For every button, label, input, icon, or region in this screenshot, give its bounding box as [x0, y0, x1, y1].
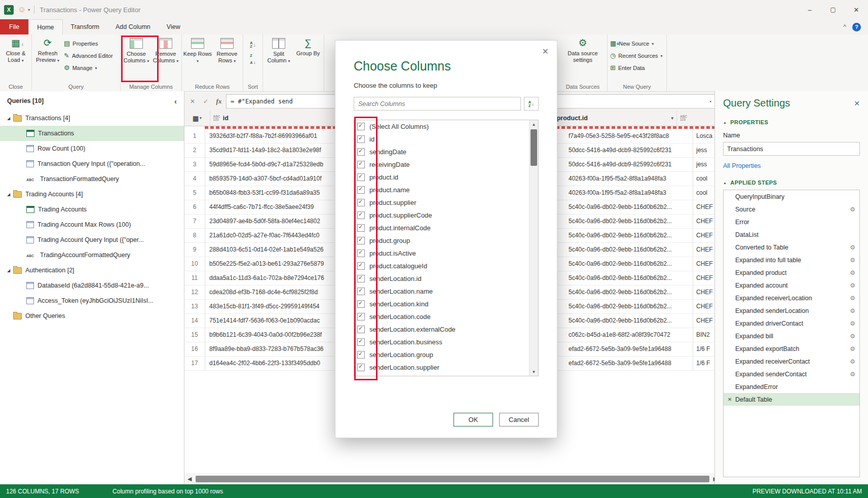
tab-file[interactable]: File	[0, 19, 28, 34]
vertical-scrollbar[interactable]	[529, 120, 538, 376]
cell-id[interactable]: b65b0848-fbb3-53f1-cc99-f31da6a89a35	[205, 186, 346, 200]
cell-product-name[interactable]: CHEF	[693, 257, 714, 271]
properties-section-header[interactable]: PROPERTIES	[723, 119, 860, 125]
tab-home[interactable]: Home	[28, 19, 62, 34]
cell-product-name[interactable]: CHEF	[693, 243, 714, 257]
applied-step[interactable]: Expanded driverContact	[724, 317, 859, 330]
cell-product-id[interactable]: 5c40c-0a96-db02-9ebb-116d0b62b2...	[565, 243, 693, 257]
minimize-button[interactable]	[798, 0, 821, 19]
checkbox-checked-icon[interactable]	[357, 199, 365, 206]
row-number[interactable]: 2	[184, 144, 205, 157]
scrollbar-thumb[interactable]	[531, 129, 537, 166]
step-settings-gear-icon[interactable]	[850, 206, 855, 213]
maximize-button[interactable]	[821, 0, 845, 19]
query-item[interactable]: Access_Token (eyJhbGciOiJSUzI1NiIsI...	[0, 293, 184, 308]
query-item[interactable]: Transactions [4]	[0, 111, 184, 126]
applied-step[interactable]: Default Table	[724, 393, 859, 406]
step-settings-gear-icon[interactable]	[850, 371, 855, 378]
split-column-button[interactable]: Split Column	[264, 35, 293, 64]
row-number[interactable]: 16	[184, 342, 205, 356]
applied-step[interactable]: ExpandedError	[724, 380, 859, 393]
recent-sources-button[interactable]: Recent Sources	[609, 50, 665, 62]
applied-step[interactable]: Source	[724, 203, 859, 216]
row-number[interactable]: 17	[184, 357, 205, 370]
cell-id[interactable]: 23d04897-ae4b-5d0f-58fa-80ef4ec14802	[205, 215, 346, 228]
row-number[interactable]: 10	[184, 257, 205, 271]
cell-product-id[interactable]: 5c40c-0a96-db02-9ebb-116d0b62b2...	[565, 271, 693, 285]
checkbox-checked-icon[interactable]	[357, 135, 365, 143]
step-settings-gear-icon[interactable]	[850, 257, 855, 264]
cell-product-id[interactable]: 50dcc-5416-a49d-dcb9-825992c6f231	[565, 158, 693, 171]
row-number[interactable]: 12	[184, 286, 205, 299]
cell-product-name[interactable]: CHEF	[693, 229, 714, 242]
checkbox-checked-icon[interactable]	[357, 288, 365, 295]
column-option[interactable]: senderLocation.business	[354, 336, 530, 348]
cell-product-id[interactable]: 40263-f00a-1f95-f5a2-8f8a1a948fa3	[565, 186, 693, 200]
cell-id[interactable]: 44f4dff5-ca6c-7b71-ffcc-38e5aee24f39	[205, 200, 346, 214]
dialog-close-icon[interactable]	[542, 47, 549, 56]
filter-dropdown-icon[interactable]	[671, 116, 673, 121]
manage-button[interactable]: Manage	[62, 62, 119, 74]
applied-step[interactable]: Expanded into full table	[724, 254, 859, 266]
row-number[interactable]: 7	[184, 215, 205, 228]
tab-transform[interactable]: Transform	[63, 19, 108, 34]
column-option[interactable]: senderLocation.group	[354, 348, 530, 361]
query-item[interactable]: Transactions	[0, 126, 184, 141]
cell-product-name[interactable]: jess	[693, 158, 714, 171]
cell-product-name[interactable]: cool	[693, 172, 714, 186]
cell-product-name[interactable]: 1/6 F	[693, 342, 714, 356]
expand-formula-icon[interactable]	[709, 99, 712, 104]
row-number[interactable]: 1	[184, 129, 205, 143]
query-item[interactable]: Trading Account Query Input ({"oper...	[0, 232, 184, 247]
close-and-load-button[interactable]: Close & Load	[1, 35, 30, 64]
column-option[interactable]: product.supplierCode	[354, 209, 530, 222]
column-option[interactable]: senderLocation.id	[354, 272, 530, 285]
query-item[interactable]: Row Count (100)	[0, 141, 184, 156]
tab-add-column[interactable]: Add Column	[107, 19, 159, 34]
cell-product-id[interactable]: 5c40c-0a96-db02-9ebb-116d0b62b2...	[565, 286, 693, 299]
step-settings-gear-icon[interactable]	[850, 269, 855, 276]
refresh-preview-button[interactable]: Refresh Preview	[33, 35, 62, 64]
applied-step[interactable]: Expanded receiverLocation	[724, 292, 859, 304]
query-item[interactable]: DatabaseId (6a2d8841-55d8-421e-a9...	[0, 278, 184, 293]
close-panel-icon[interactable]	[854, 99, 860, 108]
checkbox-checked-icon[interactable]	[357, 123, 365, 130]
choose-columns-button[interactable]: Choose Columns	[122, 35, 151, 64]
horizontal-scrollbar[interactable]	[184, 473, 721, 484]
checkbox-checked-icon[interactable]	[357, 173, 365, 181]
query-item[interactable]: Trading Accounts	[0, 202, 184, 217]
column-type-icon[interactable]	[213, 115, 220, 122]
tree-expand-icon[interactable]	[7, 268, 13, 273]
cell-product-id[interactable]: 40263-f00a-1f95-f5a2-8f8a1a948fa3	[565, 172, 693, 186]
checkbox-checked-icon[interactable]	[357, 186, 365, 194]
cell-id[interactable]: d164ea4c-2f02-4bb6-22f3-133f3495ddb0	[205, 357, 346, 370]
data-source-settings-button[interactable]: Data source settings	[559, 35, 606, 63]
applied-step[interactable]: Expanded senderLocation	[724, 304, 859, 317]
cell-product-name[interactable]: cool	[693, 186, 714, 200]
cell-id[interactable]: b8593579-14d0-a307-5bcf-cd4ad01a910f	[205, 172, 346, 186]
status-profiling[interactable]: Column profiling based on top 1000 rows	[112, 488, 223, 495]
checkbox-checked-icon[interactable]	[357, 237, 365, 244]
column-type-icon[interactable]	[680, 115, 687, 122]
cell-id[interactable]: 751e1414-fdf7-5636-f063-0e1b090acdac	[205, 314, 346, 328]
query-item[interactable]: TransactionFormattedQuery	[0, 171, 184, 187]
table-menu-button[interactable]	[184, 111, 210, 126]
cell-id[interactable]: 483e15cb-81f1-3f49-d5cc-29959149f454	[205, 300, 346, 313]
cell-product-id[interactable]: 50dcc-5416-a49d-dcb9-825992c6f231	[565, 144, 693, 157]
column-option[interactable]: (Select All Columns)	[354, 120, 530, 133]
column-option[interactable]: product.name	[354, 184, 530, 196]
column-header-product-id[interactable]: product.id	[554, 111, 677, 126]
column-option[interactable]: product.internalCode	[354, 222, 530, 234]
cell-product-name[interactable]: CHEF	[693, 300, 714, 313]
checkbox-checked-icon[interactable]	[357, 224, 365, 232]
applied-step[interactable]: Error	[724, 216, 859, 228]
column-option[interactable]: senderLocation.kind	[354, 298, 530, 310]
step-settings-gear-icon[interactable]	[850, 295, 855, 302]
tree-expand-icon[interactable]	[7, 192, 13, 197]
column-option[interactable]: senderLocation.name	[354, 285, 530, 298]
query-item[interactable]: Trading Account Max Rows (100)	[0, 217, 184, 232]
cell-product-name[interactable]: CHEF	[693, 271, 714, 285]
column-option[interactable]: senderLocation.code	[354, 310, 530, 323]
cell-product-id[interactable]: 5c40c-0a96-db02-9ebb-116d0b62b2...	[565, 200, 693, 214]
checkbox-checked-icon[interactable]	[357, 211, 365, 219]
